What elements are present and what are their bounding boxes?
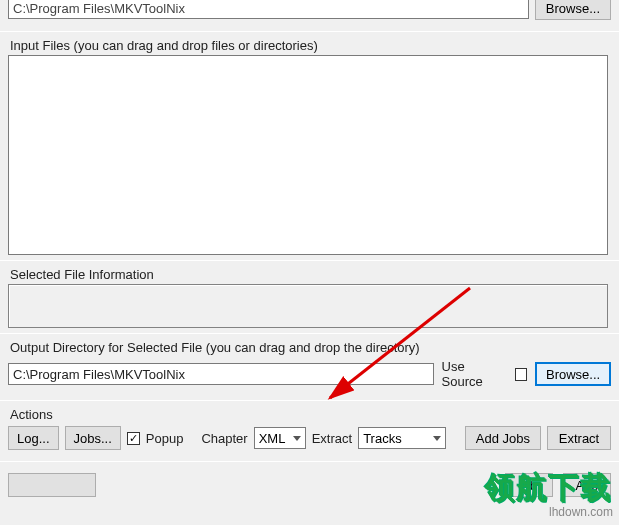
extract-label: Extract bbox=[312, 431, 352, 446]
divider bbox=[0, 31, 619, 32]
chevron-down-icon bbox=[433, 436, 441, 441]
chevron-down-icon bbox=[293, 436, 301, 441]
extract-button[interactable]: Extract bbox=[547, 426, 611, 450]
extract-target-value: Tracks bbox=[363, 431, 427, 446]
input-files-label: Input Files (you can drag and drop files… bbox=[10, 38, 619, 53]
add-jobs-button[interactable]: Add Jobs bbox=[465, 426, 541, 450]
browse-output-button[interactable]: Browse... bbox=[535, 362, 611, 386]
chapter-format-select[interactable]: XML bbox=[254, 427, 306, 449]
chapter-label: Chapter bbox=[201, 431, 247, 446]
popup-checkbox[interactable] bbox=[127, 432, 140, 445]
jobs-button[interactable]: Jobs... bbox=[65, 426, 121, 450]
divider bbox=[0, 333, 619, 334]
selected-file-info-box bbox=[8, 284, 608, 328]
bottom-button-abo[interactable]: Abo bbox=[563, 473, 611, 497]
extract-target-select[interactable]: Tracks bbox=[358, 427, 446, 449]
bottom-button-ab[interactable]: Ab bbox=[505, 473, 553, 497]
output-directory-input[interactable] bbox=[8, 363, 434, 385]
popup-label: Popup bbox=[146, 431, 184, 446]
divider bbox=[0, 400, 619, 401]
watermark-url: lhdown.com bbox=[485, 505, 613, 519]
selected-file-info-label: Selected File Information bbox=[10, 267, 619, 282]
use-source-label: Use Source bbox=[442, 359, 507, 389]
chapter-format-value: XML bbox=[259, 431, 287, 446]
actions-label: Actions bbox=[10, 407, 619, 422]
program-path-input[interactable] bbox=[8, 0, 529, 19]
use-source-checkbox[interactable] bbox=[515, 368, 528, 381]
log-button[interactable]: Log... bbox=[8, 426, 59, 450]
divider bbox=[0, 260, 619, 261]
output-directory-label: Output Directory for Selected File (you … bbox=[10, 340, 619, 355]
browse-program-path-button[interactable]: Browse... bbox=[535, 0, 611, 20]
divider bbox=[0, 461, 619, 462]
input-files-dropzone[interactable] bbox=[8, 55, 608, 255]
bottom-button-1[interactable] bbox=[8, 473, 96, 497]
